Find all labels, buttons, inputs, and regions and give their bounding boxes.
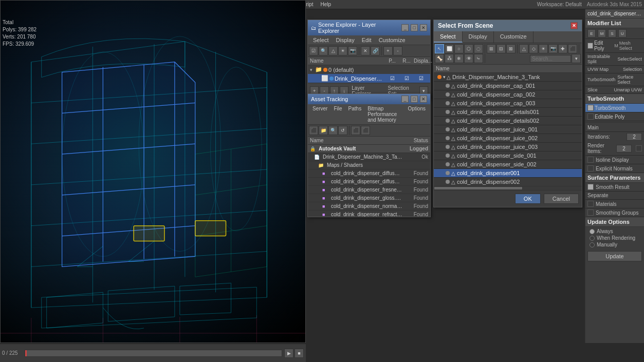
sfs-tb-particle[interactable]: ⁂ [445, 54, 454, 63]
sfs-tb-invert[interactable]: ⊠ [506, 44, 516, 53]
menu-select[interactable]: Select [310, 36, 332, 44]
restore-btn[interactable]: □ [411, 24, 418, 31]
list-item[interactable]: 📄 Drink_Dispenser_Machine_3_Tank_max_vra… [308, 153, 430, 161]
tab-display[interactable]: Display [463, 31, 494, 43]
modifier-turbos[interactable]: TurboSmooth Surface Select [585, 73, 644, 86]
sfs-row-juice001[interactable]: △ cold_drink_dispenser_juice_001 [434, 125, 582, 134]
radio-when-rendering-btn[interactable] [590, 236, 595, 241]
sfs-row-details002[interactable]: △ cold_drink_dispenser_details002 [434, 117, 582, 125]
scene-explorer-titlebar[interactable]: 🗂 Scene Explorer - Layer Explorer _ □ ✕ [308, 20, 430, 35]
tb-filter[interactable]: 🔍 [319, 46, 328, 55]
close-btn[interactable]: ✕ [420, 24, 427, 31]
smooth-result-check[interactable] [587, 184, 594, 190]
tree-row-drink[interactable]: ⬜ Drink_Dispenser_Machine_3_Tank ☑ ☑ ☑ [308, 74, 430, 83]
smoothing-check[interactable] [587, 209, 594, 216]
modifier-edit-poly[interactable]: Edit Poly M Mesh Select [585, 39, 644, 53]
asset-menu-file[interactable]: File [331, 105, 344, 123]
modifier-row2[interactable]: Instraitable Split SelecSelect [585, 53, 644, 66]
at-restore-btn[interactable]: □ [411, 96, 418, 103]
sfs-tb-shape[interactable]: ◇ [529, 44, 538, 53]
update-radio-group[interactable]: Always When Rendering Manually [585, 227, 644, 249]
render-items-control[interactable]: Render Items: [585, 142, 644, 156]
tb-light[interactable]: ☀ [338, 46, 347, 55]
radio-manually[interactable]: Manually [590, 241, 640, 248]
sfs-titlebar[interactable]: Select From Scene ✕ [434, 20, 582, 31]
list-item[interactable]: 🔒 Autodesk Vault Logged [308, 145, 430, 153]
modifier-row3[interactable]: UVW Map Selection [585, 66, 644, 73]
sfs-row-cdc001[interactable]: △ cold_drink_dispenser001 [434, 169, 582, 178]
radio-always-btn[interactable] [590, 229, 595, 234]
menu-edit[interactable]: Edit [359, 36, 375, 44]
scene-explorer-menu[interactable]: Select Display Edit Customize [308, 35, 430, 45]
tab-customize[interactable]: Customize [494, 31, 533, 43]
asset-menu-bitmap[interactable]: Bitmap Performance and Memory [365, 105, 404, 123]
isoline-row[interactable]: Isoline Display [585, 156, 644, 164]
sfs-tb-helper[interactable]: ✚ [558, 44, 567, 53]
asset-rows[interactable]: 🔒 Autodesk Vault Logged 📄 Drink_Dispense… [308, 145, 430, 217]
play-btn[interactable]: ▶ [284, 349, 293, 358]
mod-tb4[interactable]: U [618, 29, 627, 37]
modifier-slice[interactable]: Slice Unwrap UVW [585, 86, 644, 94]
sfs-row-cap003[interactable]: △ cold_drink_dispenser_cap_003 [434, 99, 582, 108]
smooth-result-row[interactable]: Smooth Result [585, 183, 644, 192]
materials-check[interactable] [587, 201, 594, 207]
sfs-tb-freeze[interactable]: ❄ [454, 54, 464, 63]
modifier-editable-poly[interactable]: Editable Poly [585, 112, 644, 121]
sfs-row-juice003[interactable]: △ cold_drink_dispenser_juice_003 [434, 143, 582, 151]
tb-select-obj[interactable]: ☑ [309, 46, 318, 55]
radio-always[interactable]: Always [590, 228, 640, 235]
asset-menu-paths[interactable]: Paths [346, 105, 364, 123]
timeline-track[interactable] [25, 350, 282, 357]
sfs-tb-hide[interactable]: 👁 [464, 54, 473, 63]
at-tb5[interactable]: ⬛ [351, 126, 360, 135]
asset-toolbar[interactable]: ⬛ 📁 🔍 ↺ ⬛ ⬛ [308, 125, 430, 137]
timeline-controls[interactable]: ▶ ■ [284, 349, 304, 358]
viewport-3d[interactable]: [ + ] [Perspective] [Shaded + Edged Face… [0, 0, 306, 343]
tree-row-default[interactable]: ▾ 📁 0 (default) [308, 65, 430, 74]
at-tb3[interactable]: 🔍 [328, 126, 338, 135]
asset-menu-bar[interactable]: Server File Paths Bitmap Performance and… [308, 104, 430, 125]
radio-when-rendering[interactable]: When Rendering [590, 235, 640, 241]
asset-menu-options[interactable]: Options [406, 105, 428, 123]
update-button[interactable]: Update [587, 251, 642, 261]
sfs-row-root[interactable]: ▾ △ Drink_Dispenser_Machine_3_Tank [434, 73, 582, 82]
sfs-row-cap001[interactable]: △ cold_drink_dispenser_cap_001 [434, 82, 582, 90]
asset-menu-server[interactable]: Server [310, 105, 330, 123]
sfs-tb-space[interactable]: ⬛ [568, 44, 577, 53]
sfs-row-details001[interactable]: △ cold_drink_dispenser_details001 [434, 108, 582, 117]
isoline-check[interactable] [587, 157, 594, 163]
menu-display[interactable]: Display [333, 36, 358, 44]
at-tb1[interactable]: ⬛ [309, 126, 318, 135]
tb-delete[interactable]: ✕ [361, 46, 370, 55]
sfs-tb-fence[interactable]: ⬡ [464, 44, 473, 53]
sfs-tb-filter-btn[interactable]: ▾ [572, 54, 581, 63]
sfs-tb-geo[interactable]: △ [519, 44, 528, 53]
stop-btn[interactable]: ■ [295, 349, 304, 358]
list-item[interactable]: ■ cold_drink_dispenser_normal.png Found [308, 202, 430, 211]
modifier-toolbar[interactable]: E M S U [585, 28, 644, 39]
list-item[interactable]: ■ cold_drink_dispenser_refract.png Found [308, 211, 430, 217]
sfs-tb-subtree[interactable]: ⤷ [474, 54, 483, 63]
render-check[interactable] [636, 145, 642, 151]
materials-row[interactable]: Materials [585, 200, 644, 208]
sfs-close-btn[interactable]: ✕ [571, 22, 578, 29]
render-items-input[interactable] [616, 145, 632, 153]
smoothing-groups-row[interactable]: Smoothing Groups [585, 208, 644, 217]
sfs-tab-bar[interactable]: Select Display Customize [434, 31, 582, 43]
sfs-tb-all[interactable]: ⊞ [487, 44, 496, 53]
tb-expand[interactable]: + [383, 46, 393, 55]
iterations-control[interactable]: Iterations: [585, 132, 644, 142]
sfs-row-cdc002[interactable]: △ cold_drink_dispenser002 [434, 178, 582, 186]
mod-tb1[interactable]: E [587, 29, 596, 37]
explicit-normals-row[interactable]: Explicit Normals [585, 164, 644, 173]
list-item[interactable]: ■ cold_drink_dispenser_diffuse_b.png Fou… [308, 178, 430, 186]
sfs-row-cap002[interactable]: △ cold_drink_dispenser_cap_002 [434, 90, 582, 99]
list-item[interactable]: 📁 Maps / Shaders [308, 161, 430, 169]
sfs-action-buttons[interactable]: OK Cancel [434, 190, 582, 207]
menu-customize[interactable]: Customize [376, 36, 409, 44]
tb-camera[interactable]: 📷 [348, 46, 357, 55]
tb-link[interactable]: 🔗 [371, 46, 380, 55]
at-minimize-btn[interactable]: _ [401, 96, 409, 103]
at-tb2[interactable]: 📁 [319, 126, 328, 135]
asset-tracking-titlebar[interactable]: Asset Tracking _ □ ✕ [308, 94, 430, 104]
